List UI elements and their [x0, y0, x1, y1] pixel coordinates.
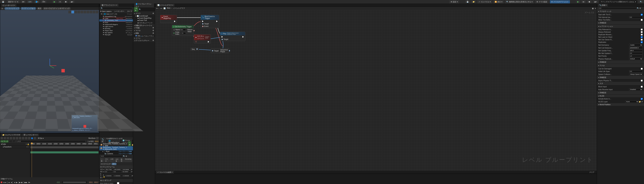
snap-toggle[interactable]: 🔵: [31, 137, 33, 139]
tab-misc[interactable]: その他: [114, 158, 120, 162]
net-update-input[interactable]: [629, 50, 643, 52]
next-key-icon[interactable]: ▶│: [21, 181, 24, 183]
world-partition-section[interactable]: ▾ World Partition: [597, 103, 644, 106]
goto-end-icon[interactable]: ▶▶: [24, 181, 27, 183]
compile-results-tab[interactable]: ✓ コンパイル結果 ×: [156, 171, 174, 174]
graph-view-icon[interactable]: ▦: [592, 8, 594, 9]
perspective-dropdown[interactable]: パースペクティブ: [4, 7, 20, 10]
tab-streaming[interactable]: ストリーミング: [100, 163, 112, 165]
view-icon[interactable]: [13, 137, 15, 139]
actor-name[interactable]: Aximmetry_Tracked_Camera_1-3_Billb: [103, 143, 128, 147]
step-fwd-icon[interactable]: │▶: [18, 181, 20, 183]
snap-angle-icon[interactable]: [86, 11, 89, 13]
lock-icon[interactable]: [96, 137, 98, 139]
graph-options-icon[interactable]: ▾: [595, 8, 596, 9]
show-dropdown[interactable]: 表示: [37, 7, 42, 10]
node-bind-event[interactable]: 📎 Bind Event to Trigger Target Event: [200, 15, 219, 28]
actor-section[interactable]: ▾ アクタ: [597, 64, 644, 67]
current-frame[interactable]: 0000: [95, 141, 98, 142]
eventgraph-item[interactable]: ▾ 📊 EventGraph: [133, 15, 155, 17]
viewport-tab[interactable]: ビューポート1 ×: [1, 4, 16, 7]
cube-actor[interactable]: [62, 69, 65, 72]
dispatchers-header[interactable]: ▾ イベントディスパッチャー ⊕: [133, 37, 155, 42]
can-damage-check[interactable]: [641, 68, 643, 70]
debug-object-dropdown[interactable]: デバッグオブジェクトが選択されていません ▾: [599, 0, 637, 3]
rot-z[interactable]: [122, 171, 130, 173]
node-get-trigger[interactable]: ƒ Get Aximmetry Trigger Name Order Index…: [172, 25, 194, 36]
browse-icon[interactable]: [4, 137, 6, 139]
range-start[interactable]: -015: [56, 181, 60, 183]
outliner-item[interactable]: 👁 Light SourceDirectional: [100, 26, 133, 28]
range-end[interactable]: 0551: [89, 181, 93, 183]
graphs-header[interactable]: ▾ グラフ ⊕: [133, 12, 155, 15]
outliner-item[interactable]: 👁 ▾ 🌐 Main (エディタ)ワールド: [100, 13, 133, 15]
self-component[interactable]: 📦 Aximmetry_Tracked_Camera_1-3_Billboard…: [100, 146, 133, 150]
initial-life-input[interactable]: [629, 70, 643, 72]
camera-component[interactable]: 📷 Cameraブループリントで編集: [100, 153, 133, 155]
root-component[interactable]: ▾ ⬚ Rootブループリントで編集: [100, 150, 133, 153]
tab-rendering[interactable]: Rendering: [124, 158, 132, 162]
loop-icon[interactable]: ⟲▾: [28, 181, 30, 183]
outliner-item[interactable]: 👁 SkyLightSkyLight: [100, 34, 133, 36]
snap-grid-icon[interactable]: [84, 11, 86, 13]
scale-z[interactable]: [123, 175, 131, 177]
order-input[interactable]: [182, 32, 186, 34]
hlod-section[interactable]: ▾ HLOD: [597, 95, 644, 98]
macros-header[interactable]: ▾ マクロ ⊕: [133, 29, 155, 32]
always-relevant-check[interactable]: [641, 31, 643, 33]
viewport-options[interactable]: ≡: [1, 8, 4, 10]
start-tick-check[interactable]: [641, 14, 643, 16]
debug-filter-icon[interactable]: 🔍: [638, 1, 643, 3]
actions-icon[interactable]: [10, 137, 12, 139]
pos-y[interactable]: [114, 169, 122, 170]
range-end-2[interactable]: 0551*: [94, 181, 98, 183]
details-right-tab[interactable]: 🔧 詳細 ×: [598, 4, 608, 7]
net-dormancy-select[interactable]: Awake: [629, 44, 643, 46]
rotate-tool-icon[interactable]: [78, 11, 80, 13]
node-play[interactable]: ƒ PlayTarget is Movie Scene Sequence Pla…: [220, 32, 245, 41]
pos-x[interactable]: [104, 169, 113, 170]
spawn-coll-select[interactable]: Always Spawn, Ig: [629, 73, 643, 75]
transform-section[interactable]: ▾ トランスフォーム: [100, 165, 133, 168]
goto-start-icon[interactable]: ◄◄: [3, 181, 6, 183]
tick-advanced-section[interactable]: ▸ 詳細設定: [597, 21, 644, 25]
replicate-move-check[interactable]: [641, 34, 643, 36]
eventgraph-tab[interactable]: 📊 イベントグラフ ×: [156, 4, 174, 7]
clear-button[interactable]: クリア: [589, 171, 594, 173]
graph-home-icon[interactable]: 📊: [164, 8, 166, 9]
marketplace-icon[interactable]: 🛒▾: [27, 1, 32, 3]
key-icon[interactable]: [19, 137, 21, 139]
step-back-icon[interactable]: ◄│: [10, 181, 13, 183]
maximize-icon[interactable]: [96, 11, 98, 13]
snap-scale-icon[interactable]: [90, 11, 92, 13]
graph-back-icon[interactable]: ⟵: [156, 8, 158, 9]
outliner-item[interactable]: 👁 FloorStaticMesh: [100, 22, 133, 24]
settings-dropdown[interactable]: ⚙ 設定▾: [449, 0, 459, 3]
curve-icon[interactable]: [28, 137, 30, 139]
browse-hlod-icon[interactable]: 📁 ↺: [639, 101, 643, 103]
add-dropdown[interactable]: ⊕▾: [21, 1, 26, 3]
seq-variable[interactable]: seq ● レベルシーケン: [133, 35, 155, 37]
name-input[interactable]: [181, 29, 186, 31]
play-button[interactable]: ▶: [52, 1, 56, 3]
allow-tick-check[interactable]: [641, 19, 643, 21]
browse-icon[interactable]: 📁: [471, 1, 476, 3]
cube-track-row[interactable]: ▾ Cube+ 🔒: [0, 143, 30, 146]
outliner-item[interactable]: 👁 Sky SphereBP_Sky_S: [100, 32, 133, 34]
stop-button[interactable]: ⏹: [64, 1, 68, 3]
details-right-search[interactable]: [598, 7, 636, 10]
blueprints-dropdown[interactable]: 📘▾: [34, 1, 40, 3]
render-icon[interactable]: [7, 137, 9, 139]
async-physics-check[interactable]: [641, 80, 643, 81]
scale-x[interactable]: [105, 175, 114, 177]
eject-button-2[interactable]: ⏏▾: [593, 1, 598, 3]
replicates-check[interactable]: [641, 41, 643, 43]
breadcrumb-eventgraph[interactable]: イベントグラフ: [173, 7, 185, 10]
reset-pos-icon[interactable]: ↺: [131, 169, 132, 170]
class-defaults-button[interactable]: ⚙ クラスのデフォルト: [550, 0, 570, 3]
reset-scale-icon[interactable]: ↺: [132, 175, 133, 177]
actor-hidden-check[interactable]: [114, 182, 122, 184]
sequencer-tab[interactable]: 🎬 シーケンサー ×: [22, 134, 39, 136]
graph-fwd-icon[interactable]: ⟶: [160, 8, 162, 9]
hlod-layer-select[interactable]: None: [625, 101, 639, 103]
